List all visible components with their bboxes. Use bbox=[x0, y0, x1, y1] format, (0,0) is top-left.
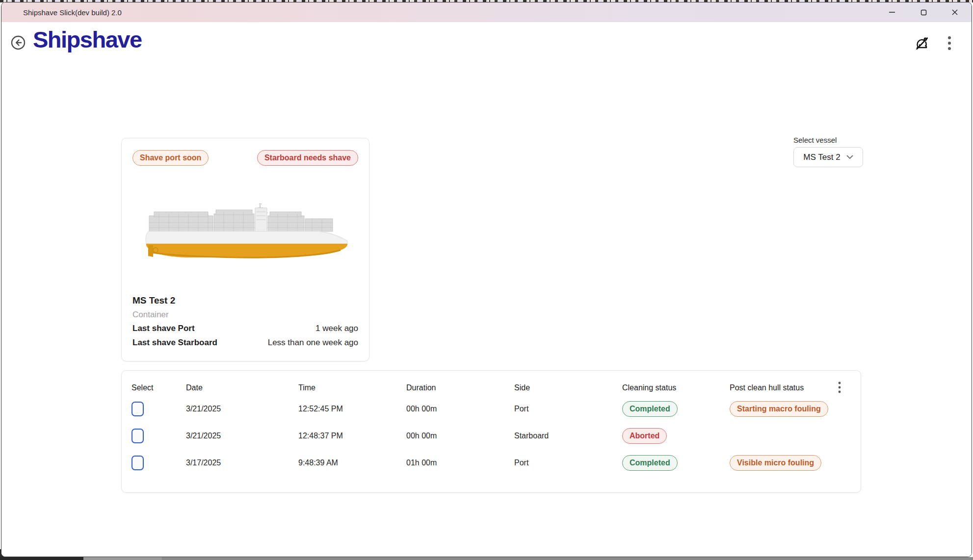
vessel-select-dropdown[interactable]: MS Test 2 bbox=[793, 147, 863, 167]
taskbar-edge bbox=[0, 557, 973, 560]
app-window: Shipshave Slick(dev build) 2.0 bbox=[1, 2, 972, 557]
close-button[interactable] bbox=[945, 4, 965, 21]
post-clean-status-badge: Visible micro fouling bbox=[730, 455, 821, 471]
col-header-select: Select bbox=[131, 383, 186, 392]
last-shave-port-label: Last shave Port bbox=[132, 324, 195, 333]
col-header-time: Time bbox=[298, 383, 406, 392]
col-header-duration: Duration bbox=[406, 383, 514, 392]
table-row: 3/21/2025 12:48:37 PM 00h 00m Starboard … bbox=[131, 422, 861, 449]
last-shave-port-value: 1 week ago bbox=[316, 324, 358, 333]
cell-side: Starboard bbox=[514, 432, 622, 440]
vessel-select-label: Select vessel bbox=[793, 136, 863, 144]
maximize-icon bbox=[920, 9, 927, 16]
last-shave-starboard-row: Last shave Starboard Less than one week … bbox=[132, 338, 358, 348]
close-icon bbox=[951, 9, 958, 16]
chevron-down-icon bbox=[846, 155, 853, 159]
table-row: 3/17/2025 9:48:39 AM 01h 00m Port Comple… bbox=[131, 449, 861, 476]
col-header-cleaning-status: Cleaning status bbox=[622, 383, 730, 392]
col-header-date: Date bbox=[186, 383, 298, 392]
vessel-type: Container bbox=[132, 310, 169, 320]
vessel-card: Shave port soon Starboard needs shave bbox=[121, 138, 369, 361]
row-checkbox[interactable] bbox=[131, 402, 144, 416]
cell-duration: 00h 00m bbox=[406, 405, 514, 413]
back-circle-icon bbox=[10, 35, 26, 51]
last-shave-port-row: Last shave Port 1 week ago bbox=[132, 324, 358, 333]
back-button[interactable] bbox=[10, 35, 26, 51]
app-logo: Shipshave bbox=[33, 26, 142, 53]
cell-time: 12:52:45 PM bbox=[298, 405, 406, 413]
window-controls bbox=[882, 2, 965, 22]
maximize-button[interactable] bbox=[914, 4, 933, 21]
shave-history-table: Select Date Time Duration Side Cleaning … bbox=[121, 370, 861, 493]
cell-time: 12:48:37 PM bbox=[298, 432, 406, 440]
main-content: Shipshave bbox=[1, 22, 972, 557]
cell-date: 3/17/2025 bbox=[186, 458, 298, 467]
header-menu-button[interactable] bbox=[941, 35, 958, 51]
minimize-icon bbox=[889, 9, 895, 16]
post-clean-status-badge: Starting macro fouling bbox=[730, 401, 828, 417]
titlebar[interactable]: Shipshave Slick(dev build) 2.0 bbox=[1, 2, 972, 22]
cleaning-status-badge: Completed bbox=[622, 401, 678, 417]
vessel-select-value: MS Test 2 bbox=[803, 153, 840, 162]
cleaning-status-badge: Completed bbox=[622, 455, 678, 471]
vessel-status-badges: Shave port soon Starboard needs shave bbox=[132, 150, 358, 166]
vessel-name: MS Test 2 bbox=[132, 295, 175, 306]
cell-time: 9:48:39 AM bbox=[298, 458, 406, 467]
kebab-menu-icon bbox=[947, 36, 951, 51]
table-header-row: Select Date Time Duration Side Cleaning … bbox=[131, 383, 861, 392]
notifications-button[interactable] bbox=[914, 35, 930, 51]
cleaning-status-badge: Aborted bbox=[622, 428, 667, 444]
kebab-menu-icon bbox=[838, 382, 852, 393]
table-row: 3/21/2025 12:52:45 PM 00h 00m Port Compl… bbox=[131, 395, 861, 422]
row-checkbox[interactable] bbox=[131, 429, 144, 443]
window-title: Shipshave Slick(dev build) 2.0 bbox=[23, 8, 122, 17]
cell-date: 3/21/2025 bbox=[186, 405, 298, 413]
cell-side: Port bbox=[514, 458, 622, 467]
starboard-status-badge: Starboard needs shave bbox=[257, 150, 358, 166]
row-checkbox[interactable] bbox=[131, 456, 144, 470]
container-ship-image bbox=[139, 203, 352, 262]
cell-duration: 01h 00m bbox=[406, 458, 514, 467]
last-shave-starboard-value: Less than one week ago bbox=[268, 338, 358, 348]
table-menu-button[interactable] bbox=[838, 381, 852, 394]
vessel-select-group: Select vessel MS Test 2 bbox=[793, 136, 863, 167]
col-header-side: Side bbox=[514, 383, 622, 392]
vessel-illustration bbox=[139, 203, 352, 262]
minimize-button[interactable] bbox=[882, 4, 902, 21]
cell-duration: 00h 00m bbox=[406, 432, 514, 440]
cell-date: 3/21/2025 bbox=[186, 432, 298, 440]
port-status-badge: Shave port soon bbox=[132, 150, 209, 166]
last-shave-starboard-label: Last shave Starboard bbox=[132, 338, 217, 348]
screen: Shipshave Slick(dev build) 2.0 bbox=[0, 0, 973, 560]
notifications-off-icon bbox=[914, 35, 930, 51]
cell-side: Port bbox=[514, 405, 622, 413]
